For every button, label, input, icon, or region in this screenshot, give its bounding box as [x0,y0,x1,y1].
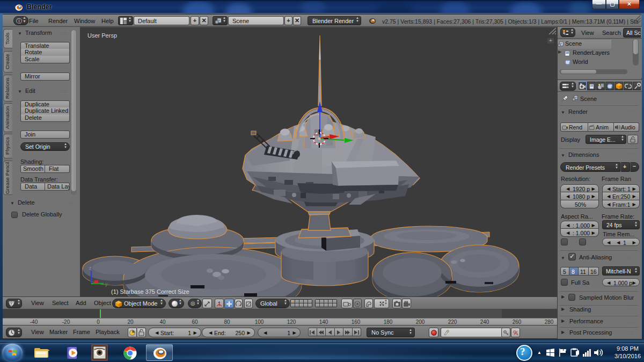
svg-text:z: z [89,265,92,271]
svg-text:y: y [105,281,108,287]
